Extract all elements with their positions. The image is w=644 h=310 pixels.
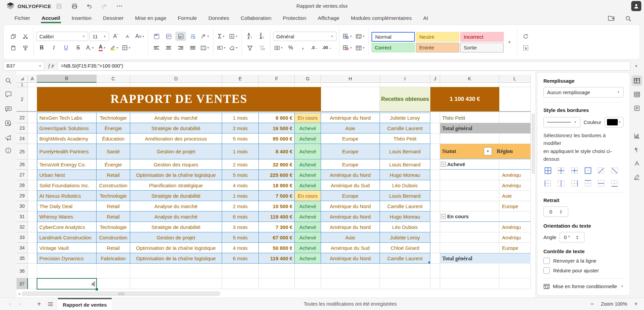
textart-settings-icon[interactable] (632, 158, 642, 169)
conditional-formatting-button[interactable]: Mise en forme conditionnelle▼ (543, 283, 623, 289)
cell-C30[interactable]: Retail (97, 201, 130, 211)
cell-F34[interactable]: 50 800 € (259, 243, 295, 253)
column-header-L[interactable]: L (499, 75, 531, 83)
justify-button[interactable] (187, 43, 198, 52)
comma-style-button[interactable]: , (297, 43, 308, 52)
copy-style-button[interactable] (20, 43, 31, 52)
cell-B29[interactable]: AI Nexus Robotics (37, 191, 97, 201)
formula-input[interactable]: =NB.SI(F15:F35;">100 000") (57, 61, 631, 71)
font-color-button[interactable]: A▼ (97, 43, 108, 52)
cell-C34[interactable]: Retail (97, 243, 130, 253)
styles-gallery-expand-button[interactable]: ▼ (504, 32, 514, 52)
change-case-button[interactable]: Aa▼ (135, 32, 145, 41)
align-middle-button[interactable] (163, 32, 174, 41)
border-all-button[interactable] (543, 166, 552, 175)
cell-D25[interactable]: Gestion de projet (130, 144, 222, 159)
wrap-text-checkbox[interactable] (543, 258, 550, 264)
cell-E24[interactable]: 5 mois (222, 133, 259, 144)
cell-D28[interactable]: Planification stratégique (130, 180, 222, 191)
pivot-region-value[interactable]: Europe (499, 201, 531, 211)
cell-I33[interactable]: Juliette Leroy (380, 232, 430, 243)
spreadsheet-grid[interactable]: ABCDEFGHIJKL1222232425262728293031323334… (16, 71, 535, 298)
cell-style-incorrect[interactable]: Incorrect (460, 32, 504, 42)
cell-G29[interactable]: En cours (295, 191, 321, 201)
font-name-select[interactable]: Calibri▼ (36, 32, 88, 41)
cell-H34[interactable]: Amérique du Sud (321, 243, 380, 253)
row-header-33[interactable]: 33 (16, 232, 28, 243)
cell-style-sortie[interactable]: Sortie (460, 43, 504, 52)
search-icon[interactable] (3, 75, 14, 86)
border-cross-button[interactable] (570, 166, 579, 175)
border-left-button[interactable] (543, 179, 552, 188)
row-header-35[interactable]: 35 (16, 253, 28, 264)
italic-button[interactable]: I (48, 43, 59, 52)
cell-F35[interactable]: 119 400 € (259, 253, 295, 264)
recettes-label-cell[interactable]: Recettes obtenues (380, 87, 430, 111)
clear-filter-button[interactable] (257, 43, 267, 52)
feedback-icon[interactable] (3, 132, 14, 143)
fill-select[interactable]: Aucun remplissage▼ (543, 87, 623, 98)
prev-sheet-button[interactable]: ‹ (6, 298, 14, 310)
cell-H27[interactable]: Amérique du Nord (321, 170, 380, 180)
align-left-button[interactable] (151, 43, 162, 52)
row-header-24[interactable]: 24 (16, 133, 28, 144)
cell-H28[interactable]: Amérique du Sud (321, 180, 380, 191)
menu-tab-affichage[interactable]: Affichage (312, 12, 345, 24)
row-header-27[interactable]: 27 (16, 170, 28, 180)
row-header-22[interactable]: 22 (16, 113, 28, 123)
cell-H31[interactable]: Amérique du Nord (321, 211, 380, 222)
cell-D31[interactable]: Analyse du marché (130, 211, 222, 222)
cell-F22[interactable]: 8 900 € (259, 113, 295, 123)
cell-E22[interactable]: 1 mois (222, 113, 259, 123)
cell-H33[interactable]: Asie (321, 232, 380, 243)
pivot-region-value[interactable]: Amériqu (499, 170, 531, 180)
expand-formula-bar-icon[interactable]: ▼ (633, 64, 640, 68)
percent-style-button[interactable]: % (285, 43, 296, 52)
cell-E32[interactable]: 3 mois (222, 222, 259, 232)
cell-H35[interactable]: Amérique du Nord (321, 253, 380, 264)
row-header-26[interactable]: 26 (16, 159, 28, 170)
bold-button[interactable]: B (36, 43, 47, 52)
fill-button[interactable]: ▼ (228, 32, 239, 41)
strikethrough-button[interactable]: S (73, 43, 83, 52)
pivot-region-value[interactable]: Amériqu (499, 180, 531, 191)
recalculate-button[interactable] (520, 32, 531, 41)
cell-D29[interactable]: Stratégie de durabilité (130, 191, 222, 201)
cell-D23[interactable]: Stratégie de durabilité (130, 123, 222, 133)
column-header-A[interactable]: A (28, 75, 37, 83)
cell-G23[interactable]: Achevé (295, 123, 321, 133)
table-settings-icon[interactable] (632, 89, 642, 100)
cell-D35[interactable]: Optimisation de la chaîne logistique (130, 253, 222, 264)
menu-tab-formule[interactable]: Formule (172, 12, 203, 24)
cell-H23[interactable]: Asie (321, 123, 380, 133)
row-header-23[interactable]: 23 (16, 123, 28, 133)
align-right-button[interactable] (175, 43, 186, 52)
zoom-in-button[interactable]: + (633, 301, 639, 308)
cell-F30[interactable]: 10 500 € (259, 201, 295, 211)
chat-icon[interactable] (3, 104, 14, 115)
borders-button[interactable]: ▼ (121, 43, 132, 52)
cell-B25[interactable]: PurelyHealth Partners (37, 144, 97, 159)
row-header-34[interactable]: 34 (16, 243, 28, 253)
cell-E27[interactable]: 5 mois (222, 170, 259, 180)
cell-I22[interactable]: Juliette Leroy (380, 113, 430, 123)
wrap-text-button[interactable] (187, 32, 198, 41)
recettes-value-cell[interactable]: 1 100 430 € (430, 87, 499, 111)
menu-tab-insertion[interactable]: Insertion (66, 12, 97, 24)
indent-stepper[interactable]: 0▲▼ (543, 206, 568, 217)
cell-I25[interactable]: Louis Bernard (380, 144, 430, 159)
decrease-font-button[interactable]: Aˇ (122, 32, 133, 41)
row-header-32[interactable]: 32 (16, 222, 28, 232)
cell-G34[interactable]: Achevé (295, 243, 321, 253)
cell-B35[interactable]: Precision Dynamics (37, 253, 97, 264)
pivot-filter-button[interactable]: ▼ (484, 147, 492, 155)
cell-I32[interactable]: Léo Dubois (380, 222, 430, 232)
column-header-F[interactable]: F (259, 75, 295, 83)
collapse-group-icon[interactable]: − (441, 214, 446, 219)
row-header-37[interactable]: 37 (16, 278, 28, 289)
cell-C32[interactable]: Technologie (97, 222, 130, 232)
cell-H30[interactable]: Amérique du Nord (321, 201, 380, 211)
copy-button[interactable] (8, 32, 19, 41)
cell-G26[interactable]: Achevé (295, 159, 321, 170)
cell-B24[interactable]: BrightMinds Academy (37, 133, 97, 144)
